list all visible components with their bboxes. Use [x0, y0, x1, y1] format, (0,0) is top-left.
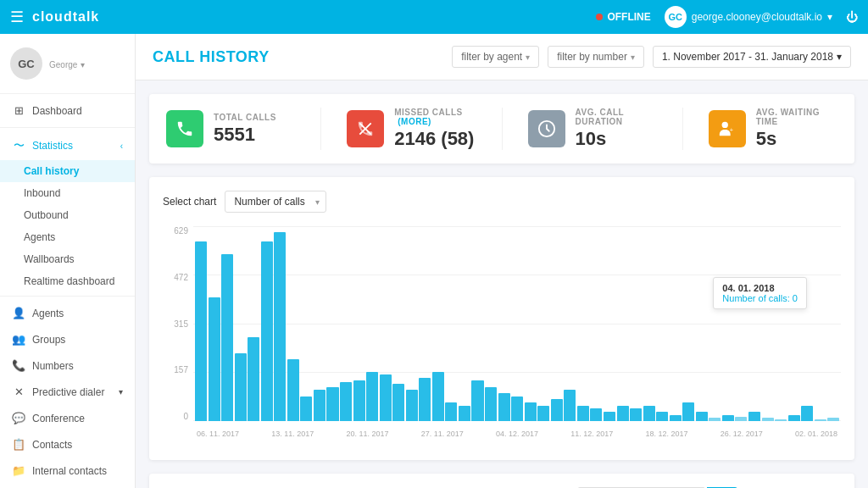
chart-bar[interactable]: [195, 241, 207, 421]
sidebar-item-statistics[interactable]: 〜 Statistics ‹: [0, 131, 135, 160]
date-range-picker[interactable]: 1. November 2017 - 31. January 2018 ▾: [653, 46, 851, 68]
chart-bar[interactable]: [590, 408, 602, 421]
chart-type-select[interactable]: Number of calls: [225, 191, 326, 213]
sidebar-item-call-history[interactable]: Call history: [0, 160, 135, 182]
y-label: 629: [174, 226, 188, 236]
sidebar-item-integrations[interactable]: ⬡ Integrations: [0, 484, 135, 488]
chart-bar[interactable]: [670, 415, 682, 421]
chart-bar[interactable]: [287, 359, 299, 421]
chart-bar[interactable]: [326, 387, 338, 421]
numbers-icon: 📞: [12, 359, 25, 372]
x-label: 06. 11. 2017: [197, 430, 239, 438]
stat-info: TOTAL CALLS 5551: [214, 113, 276, 146]
filter-agent-label: filter by agent: [461, 51, 522, 63]
chart-bar[interactable]: [801, 406, 813, 421]
chevron-icon: ▾: [119, 387, 123, 396]
sidebar-item-realtime[interactable]: Realtime dashboard: [0, 270, 135, 292]
user-menu[interactable]: GC george.clooney@cloudtalk.io ▾: [665, 6, 832, 28]
chart-bar[interactable]: [604, 412, 615, 421]
chart-bar[interactable]: [366, 372, 378, 422]
chart-bar[interactable]: [274, 232, 286, 421]
chart-area: 629 472 315 157 0: [163, 226, 841, 446]
chart-bar[interactable]: [235, 353, 247, 421]
sidebar-item-numbers[interactable]: 📞 Numbers: [0, 352, 135, 379]
chart-bar[interactable]: [419, 378, 431, 421]
sidebar-item-outbound[interactable]: Outbound: [0, 204, 135, 226]
chart-bar[interactable]: [248, 337, 259, 421]
sidebar-item-label: Statistics: [32, 140, 73, 152]
statistics-icon: 〜: [12, 138, 25, 153]
chart-type-select-wrap[interactable]: Number of calls: [225, 191, 326, 213]
chart-bar[interactable]: [380, 374, 392, 421]
chart-bar[interactable]: [537, 406, 549, 421]
chart-bar[interactable]: [551, 399, 563, 421]
stat-divider: [502, 108, 503, 150]
stat-info: MISSED CALLS (MORE) 2146 (58): [394, 108, 476, 150]
chart-bar[interactable]: [209, 297, 220, 421]
chart-bar[interactable]: [656, 412, 668, 421]
chart-bar[interactable]: [314, 390, 326, 421]
chart-bar[interactable]: [511, 396, 523, 421]
stat-label: MISSED CALLS (MORE): [394, 108, 476, 126]
dialer-icon: ✕: [12, 385, 25, 398]
stat-missed-calls: MISSED CALLS (MORE) 2146 (58): [347, 108, 476, 150]
chart-bar[interactable]: [577, 406, 589, 421]
sidebar-item-groups[interactable]: 👥 Groups: [0, 326, 135, 352]
topnav-left: ☰ cloudtalk: [10, 8, 99, 26]
stat-value: 10s: [576, 128, 657, 150]
chart-bar[interactable]: [406, 390, 418, 421]
sidebar-item-internal-contacts[interactable]: 📁 Internal contacts: [0, 458, 135, 484]
sidebar-item-label: Numbers: [32, 360, 74, 372]
chart-bar[interactable]: [525, 402, 537, 421]
sidebar-item-contacts[interactable]: 📋 Contacts: [0, 431, 135, 458]
menu-icon[interactable]: ☰: [10, 8, 24, 26]
status-label: OFFLINE: [607, 11, 650, 23]
chart-bar[interactable]: [696, 412, 708, 421]
chart-bar[interactable]: [459, 406, 470, 421]
chart-bar[interactable]: [340, 382, 352, 421]
stat-label: AVG. WAITING TIME: [756, 108, 837, 126]
chart-bar[interactable]: [788, 415, 800, 421]
x-axis: 06. 11. 2017 13. 11. 2017 20. 11. 2017 2…: [193, 421, 841, 446]
sidebar-item-dashboard[interactable]: ⊞ Dashboard: [0, 97, 135, 124]
chart-bar[interactable]: [682, 402, 694, 421]
sidebar-user-name[interactable]: George ▾: [49, 58, 85, 70]
sidebar-sub-label: Call history: [24, 165, 79, 177]
chart-bar[interactable]: [485, 387, 497, 421]
chart-bar[interactable]: [630, 408, 642, 421]
chart-bar[interactable]: [643, 406, 655, 421]
chart-bar[interactable]: [300, 396, 312, 421]
topnav-right: OFFLINE GC george.clooney@cloudtalk.io ▾…: [596, 6, 858, 28]
sidebar-item-label: Groups: [32, 334, 65, 346]
caret-icon: ▾: [526, 53, 530, 62]
chart-bar[interactable]: [261, 241, 273, 421]
chart-section: Select chart Number of calls 629 472 315…: [149, 177, 854, 460]
chart-bar[interactable]: [748, 412, 760, 421]
chart-bar[interactable]: [392, 384, 404, 421]
more-link[interactable]: (MORE): [398, 117, 431, 126]
chart-bar[interactable]: [471, 380, 483, 421]
sidebar-item-agents[interactable]: 👤 Agents: [0, 300, 135, 326]
x-label: 27. 11. 2017: [421, 430, 464, 438]
sidebar-item-agents-sub[interactable]: Agents: [0, 226, 135, 248]
tooltip-date: 04. 01. 2018: [722, 283, 798, 293]
filter-number-select[interactable]: filter by number ▾: [548, 46, 644, 68]
sidebar-item-inbound[interactable]: Inbound: [0, 182, 135, 204]
filter-agent-select[interactable]: filter by agent ▾: [452, 46, 539, 68]
chart-bar[interactable]: [722, 415, 734, 421]
sidebar-item-predictive-dialer[interactable]: ✕ Predictive dialer ▾: [0, 379, 135, 405]
status-dot: [596, 14, 603, 20]
chart-bar[interactable]: [432, 372, 444, 422]
chart-bar[interactable]: [564, 390, 576, 421]
sidebar-item-wallboards[interactable]: Wallboards: [0, 248, 135, 270]
avatar: GC: [10, 47, 42, 80]
chart-bar[interactable]: [221, 254, 233, 421]
chart-bar[interactable]: [498, 393, 510, 421]
power-icon[interactable]: ⏻: [846, 10, 858, 24]
chart-bar[interactable]: [445, 402, 457, 421]
y-label: 0: [183, 412, 188, 421]
chart-bar[interactable]: [617, 406, 629, 421]
header-filters: filter by agent ▾ filter by number ▾ 1. …: [452, 46, 851, 68]
chart-bar[interactable]: [353, 380, 365, 421]
sidebar-item-conference[interactable]: 💬 Conference: [0, 405, 135, 431]
